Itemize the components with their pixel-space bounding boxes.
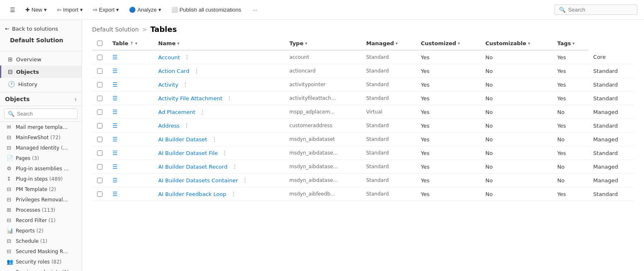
col-name-label: Name [158,40,175,46]
sidebar-item-history[interactable]: 🕐 History [0,78,82,90]
row-tags: Standard [588,64,634,78]
row-table-name[interactable]: Address [158,123,180,129]
obj-item-label: Schedule (1) [16,238,69,244]
row-select-cell [92,105,107,119]
col-header-name[interactable]: Name ▾ [153,37,284,50]
row-more-button[interactable]: ⋮ [184,122,190,129]
analyze-button[interactable]: 🔵 Analyze ▾ [126,5,164,15]
breadcrumb-separator: > [142,26,147,33]
row-table-name[interactable]: AI Builder Feedback Loop [158,191,226,197]
row-more-button[interactable]: ⋮ [184,54,190,60]
row-table-name[interactable]: Action Card [158,68,189,74]
tables-data-table: Table ↑ ▾ Name ▾ [92,37,634,201]
row-checkbox[interactable] [97,82,102,87]
table-header: Table ↑ ▾ Name ▾ [92,37,634,50]
row-checkbox[interactable] [97,96,102,101]
objects-list-item[interactable]: ⊟ Record Filter (1) ··· [0,215,82,225]
row-customized: No [481,187,552,201]
row-checkbox[interactable] [97,55,102,60]
row-more-button[interactable]: ⋮ [182,81,188,88]
export-icon: ⇨ [93,7,97,13]
row-checkbox[interactable] [97,164,102,169]
row-more-button[interactable]: ⋮ [231,191,236,197]
row-more-button[interactable]: ⋮ [199,109,205,115]
row-type: Standard [361,64,416,78]
publish-button[interactable]: ⬜ Publish all customizations [168,5,245,15]
objects-list-item[interactable]: 📄 Pages (3) ··· [0,153,82,163]
obj-item-label: Privileges Removal S... (3) [16,197,69,203]
row-checkbox[interactable] [97,178,102,183]
objects-list-item[interactable]: 👥 Security roles (82) ··· [0,256,82,267]
objects-list-item[interactable]: ⚙ Plug-in assemblies (55) ··· [0,163,82,174]
objects-search-input[interactable] [17,111,74,117]
col-header-customizable[interactable]: Customizable ▾ [481,37,552,50]
row-table-name[interactable]: Ad Placement [158,109,195,115]
row-type: Virtual [361,105,416,119]
new-button[interactable]: ✚ New ▾ [22,5,50,15]
col-header-managed[interactable]: Managed ▾ [361,37,416,50]
row-checkbox[interactable] [97,109,102,115]
back-to-solutions-link[interactable]: ← Back to solutions [5,24,77,34]
table-sort-dropdown-icon: ▾ [135,41,137,46]
sidebar-item-objects-label: Objects [16,69,39,75]
row-checkbox[interactable] [97,123,102,128]
sidebar-title: Default Solution [5,34,77,47]
row-checkbox[interactable] [97,68,102,74]
objects-list-item[interactable]: ⊟ Schedule (1) ··· [0,236,82,246]
objects-list-item[interactable]: ⊟ Managed Identity (17) ··· [0,143,82,153]
col-header-type[interactable]: Type ▾ [284,37,361,50]
sidebar-item-objects[interactable]: ⊟ Objects [0,65,82,78]
import-button[interactable]: ⇦ Import ▾ [53,5,86,15]
col-header-customized[interactable]: Customized ▾ [416,37,481,50]
collapse-objects-button[interactable]: ‹ [75,96,77,102]
objects-list-item[interactable]: ↕ Plug-in steps (489) ··· [0,174,82,184]
row-select-cell [92,92,107,105]
row-api-name: msdyn_aibfeedb... [284,187,361,201]
row-checkbox[interactable] [97,150,102,156]
row-more-button[interactable]: ⋮ [226,95,232,102]
row-customized: No [481,146,552,160]
table-row: ☰ Activity File Attachment ⋮ activityfil… [92,92,634,105]
objects-list-item[interactable]: ✉ Mail merge templates (6) ··· [0,122,82,132]
more-actions-button[interactable]: ··· [250,5,261,15]
row-table-name[interactable]: AI Builder Dataset File [158,150,218,156]
row-more-button[interactable]: ⋮ [242,177,248,184]
row-more-button[interactable]: ⋮ [211,136,217,143]
objects-list-item[interactable]: ⊟ Secured Masking Rule (6) ··· [0,246,82,256]
sidebar-header: ← Back to solutions Default Solution [0,20,82,51]
hamburger-menu-button[interactable]: ☰ [7,5,19,15]
objects-list-item[interactable]: ⊟ PM Template (2) ··· [0,184,82,194]
row-table-name[interactable]: AI Builder Datasets Container [158,177,238,184]
row-more-button[interactable]: ⋮ [232,163,238,170]
row-tags: Standard [588,187,634,201]
toolbar-search-input[interactable] [568,7,633,13]
row-more-button[interactable]: ⋮ [222,150,228,156]
row-table-name-cell: Account ⋮ [153,50,284,64]
objects-list-item[interactable]: 📊 Reports (2) ··· [0,225,82,236]
row-customizable: Yes [552,119,588,133]
objects-list-item[interactable]: ⊞ Processes (113) ··· [0,205,82,215]
objects-list-item[interactable]: ← Service endpoints (1) ··· [0,267,82,271]
row-table-name[interactable]: Account [158,54,180,60]
col-header-tags[interactable]: Tags ▾ [552,37,588,50]
objects-list-item[interactable]: ⊟ Privileges Removal S... (3) ··· [0,194,82,205]
row-api-name: customeraddress [284,119,361,133]
row-table-name[interactable]: AI Builder Dataset Record [158,164,227,170]
col-header-table[interactable]: Table ↑ ▾ [107,37,153,50]
row-api-name: msdyn_aibdatase... [284,174,361,187]
new-label: New [32,7,42,13]
publish-icon: ⬜ [171,7,178,13]
obj-item-icon: ⊟ [7,196,13,203]
export-button[interactable]: ⇨ Export ▾ [90,5,123,15]
select-all-checkbox[interactable] [97,41,102,46]
row-checkbox[interactable] [97,191,102,197]
row-checkbox[interactable] [97,137,102,142]
table-row: ☰ Account ⋮ account Standard Yes No Yes … [92,50,634,64]
breadcrumb-parent[interactable]: Default Solution [92,26,139,33]
sidebar-item-overview[interactable]: ⊞ Overview [0,53,82,65]
row-table-name[interactable]: AI Builder Dataset [158,136,207,143]
row-table-name[interactable]: Activity [158,82,178,88]
row-table-name[interactable]: Activity File Attachment [158,95,222,102]
row-more-button[interactable]: ⋮ [194,68,199,74]
objects-list-item[interactable]: ⊟ MainFewShot (72) ··· [0,132,82,143]
